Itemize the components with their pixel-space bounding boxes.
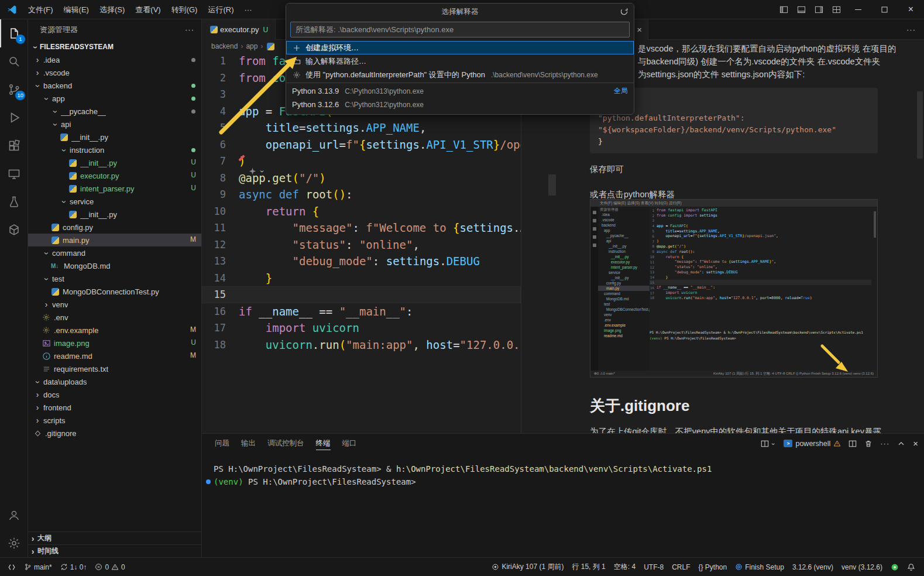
tree-item-service[interactable]: ›service bbox=[28, 195, 201, 208]
quickpick-item-[interactable]: 创建虚拟环境… bbox=[286, 41, 634, 54]
tree-item-instruction[interactable]: ›instruction bbox=[28, 143, 201, 156]
statusbar-language[interactable]: {} Python bbox=[694, 558, 731, 576]
activitybar-extensions[interactable] bbox=[0, 132, 28, 160]
activitybar-explorer[interactable]: 1 bbox=[0, 19, 28, 47]
statusbar-env-status[interactable] bbox=[887, 558, 903, 576]
menu-f[interactable]: 文件(F) bbox=[23, 0, 59, 19]
tree-item-app[interactable]: ›app bbox=[28, 92, 201, 105]
tree-item-pycache[interactable]: ›__pycache__ bbox=[28, 105, 201, 118]
statusbar-python-version[interactable]: 3.12.6 (venv) bbox=[788, 558, 837, 576]
timeline-section[interactable]: ›时间线 bbox=[28, 544, 201, 557]
tree-item-docs[interactable]: ›docs bbox=[28, 388, 201, 401]
tree-item-executor-py[interactable]: executor.pyU bbox=[28, 169, 201, 182]
tree-item-intent-parser-py[interactable]: intent_parser.pyU bbox=[28, 182, 201, 195]
tree-item-requirements-txt[interactable]: requirements.txt bbox=[28, 362, 201, 375]
tree-item-image-png[interactable]: image.pngU bbox=[28, 337, 201, 349]
tree-item-env[interactable]: .env bbox=[28, 311, 201, 324]
toggle-panel-icon[interactable] bbox=[792, 0, 810, 19]
copilot-sparkle-icon[interactable]: › bbox=[249, 167, 266, 175]
tree-item-vscode[interactable]: ›.vscode bbox=[28, 66, 201, 79]
statusbar-finish-setup[interactable]: Finish Setup bbox=[731, 558, 788, 576]
outline-section[interactable]: ›大纲 bbox=[28, 532, 201, 544]
tree-item-main-py[interactable]: main.pyM bbox=[28, 234, 201, 246]
split-terminal-icon[interactable] bbox=[849, 440, 857, 448]
tree-item-init-py[interactable]: __init__.pyU bbox=[28, 156, 201, 169]
terminal-view-icon[interactable]: › bbox=[761, 440, 776, 448]
tree-item-data-uploads[interactable]: ›data\uploads bbox=[28, 375, 201, 388]
customize-layout-icon[interactable] bbox=[827, 0, 845, 19]
minimize-button[interactable] bbox=[845, 0, 871, 19]
editor-scrollbar[interactable] bbox=[548, 174, 556, 196]
statusbar-eol[interactable]: CRLF bbox=[668, 558, 694, 576]
statusbar-problems[interactable]: 00 bbox=[91, 558, 129, 576]
quickpick-item-[interactable]: 输入解释器路径… bbox=[286, 54, 634, 68]
tree-item-backend[interactable]: ›backend bbox=[28, 79, 201, 92]
tree-item-init-py[interactable]: __init__.py bbox=[28, 208, 201, 221]
statusbar-blame[interactable]: KiriAky 107 (1 周前) bbox=[487, 558, 568, 576]
tree-item-test[interactable]: ›test bbox=[28, 272, 201, 285]
breadcrumb-app[interactable]: app bbox=[246, 42, 257, 50]
close-panel-icon[interactable]: × bbox=[913, 438, 918, 448]
preview-scrollbar[interactable] bbox=[917, 91, 923, 159]
tree-item-api[interactable]: ›api bbox=[28, 118, 201, 131]
tree-item-init-py[interactable]: __init__.py bbox=[28, 131, 201, 143]
statusbar-indentation[interactable]: 空格: 4 bbox=[610, 558, 640, 576]
menu-r[interactable]: 运行(R) bbox=[202, 0, 239, 19]
activitybar-settings[interactable] bbox=[0, 529, 28, 557]
statusbar-cursor-position[interactable]: 行 15, 列 1 bbox=[568, 558, 609, 576]
breadcrumb-backend[interactable]: backend bbox=[211, 42, 238, 50]
command-decoration-dot[interactable] bbox=[206, 479, 211, 484]
panel-tab-[interactable]: 输出 bbox=[236, 434, 260, 452]
activitybar-accounts[interactable] bbox=[0, 501, 28, 529]
close-window-button[interactable]: × bbox=[898, 0, 924, 19]
statusbar-branch[interactable]: main* bbox=[20, 558, 56, 576]
menu-v[interactable]: 查看(V) bbox=[130, 0, 166, 19]
tab-executor-py[interactable]: executor.py U bbox=[202, 19, 276, 40]
kill-terminal-icon[interactable] bbox=[864, 440, 873, 448]
tree-item-scripts[interactable]: ›scripts bbox=[28, 414, 201, 427]
panel-tab-[interactable]: 终端 bbox=[311, 434, 335, 452]
quickpick-item-python-3-12-6[interactable]: Python 3.12.6C:\Python312\python.exe bbox=[286, 98, 634, 111]
toggle-secondary-sidebar-icon[interactable] bbox=[810, 0, 827, 19]
panel-tab-[interactable]: 调试控制台 bbox=[263, 434, 309, 452]
activitybar-source-control[interactable]: 10 bbox=[0, 76, 28, 104]
panel-tab-[interactable]: 端口 bbox=[338, 434, 362, 452]
tree-item-mongodbconnectiontest-py[interactable]: MongoDBConnectionTest.py bbox=[28, 285, 201, 298]
maximize-button[interactable] bbox=[871, 0, 898, 19]
statusbar-sync[interactable]: 1↓ 0↑ bbox=[56, 558, 91, 576]
statusbar-encoding[interactable]: UTF-8 bbox=[640, 558, 668, 576]
activitybar-packages[interactable] bbox=[0, 216, 28, 244]
editor-actions-icon[interactable]: ··· bbox=[906, 19, 916, 40]
quickpick-item-python-3-13-9[interactable]: Python 3.13.9C:\Python313\python.exe全局 bbox=[286, 84, 634, 98]
tree-item-config-py[interactable]: config.py bbox=[28, 221, 201, 234]
refresh-icon[interactable] bbox=[620, 7, 628, 16]
statusbar-venv-indicator[interactable]: venv (3.12.6) bbox=[837, 558, 887, 576]
tree-item-gitignore[interactable]: .gitignore bbox=[28, 427, 201, 440]
menu-overflow[interactable]: ··· bbox=[239, 5, 257, 14]
menu-g[interactable]: 转到(G) bbox=[166, 0, 203, 19]
tree-item-mongodb-md[interactable]: M↓MongoDB.md bbox=[28, 259, 201, 272]
activitybar-testing[interactable] bbox=[0, 188, 28, 216]
panel-tab-[interactable]: 问题 bbox=[210, 434, 234, 452]
statusbar-notifications[interactable] bbox=[903, 558, 919, 576]
activitybar-remote-explorer[interactable] bbox=[0, 160, 28, 188]
tree-item-frontend[interactable]: ›frontend bbox=[28, 401, 201, 414]
interpreter-input[interactable]: 所选解释器: .\backend\venv\Scripts\python.exe bbox=[290, 22, 630, 37]
activitybar-search[interactable] bbox=[0, 47, 28, 76]
quickpick-item-python-defaultinterpreterpath-python[interactable]: 使用 "python.defaultInterpreterPath" 设置中的 … bbox=[286, 68, 634, 81]
tree-item-venv[interactable]: ›venv bbox=[28, 298, 201, 311]
toggle-sidebar-icon[interactable] bbox=[775, 0, 792, 19]
menu-e[interactable]: 编辑(E) bbox=[59, 0, 94, 19]
activitybar-run-debug[interactable] bbox=[0, 104, 28, 132]
tree-item-command[interactable]: ›command bbox=[28, 246, 201, 259]
tree-item-idea[interactable]: ›.idea bbox=[28, 53, 201, 66]
menu-s[interactable]: 选择(S) bbox=[94, 0, 130, 19]
terminal-content[interactable]: PS H:\OwnProject\FilesReadSysteam> & h:\… bbox=[202, 453, 924, 557]
close-tab-icon[interactable]: × bbox=[637, 25, 642, 35]
workspace-section-header[interactable]: › FILESREADSYSTEAM bbox=[28, 40, 201, 53]
statusbar-remote[interactable] bbox=[4, 558, 20, 576]
maximize-panel-icon[interactable] bbox=[897, 440, 905, 448]
tree-item-env-example[interactable]: .env.exampleM bbox=[28, 324, 201, 337]
shell-selector[interactable]: > powershell bbox=[784, 440, 841, 448]
panel-more-actions-icon[interactable]: ··· bbox=[880, 439, 889, 448]
